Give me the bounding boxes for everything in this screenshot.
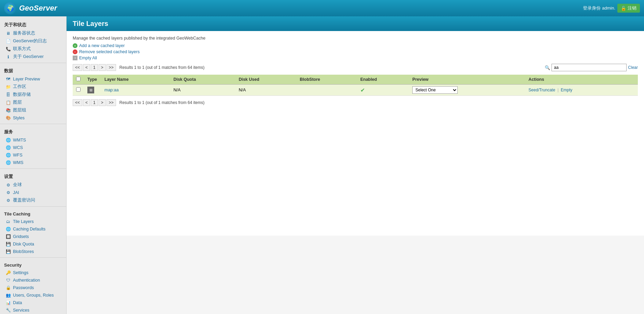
sidebar-label-layers: 图层 — [13, 100, 22, 105]
row-checkbox[interactable] — [76, 87, 81, 92]
sidebar-item-services-security[interactable]: 🔧 Services — [0, 306, 66, 314]
divider-4 — [0, 206, 66, 207]
sidebar-item-global[interactable]: ⚙ 全球 — [0, 181, 66, 189]
sidebar-item-caching-defaults[interactable]: 🌐 Caching Defaults — [0, 225, 66, 233]
sidebar-label-wmts: WMTS — [13, 138, 26, 143]
sidebar-item-tile-layers[interactable]: 🗂 Tile Layers — [0, 218, 66, 225]
passwords-icon: 🔒 — [5, 285, 11, 290]
sidebar-item-contact[interactable]: 📞 联系方式 — [0, 45, 66, 53]
sidebar-item-styles[interactable]: 🎨 Styles — [0, 114, 66, 122]
logout-icon: 🔓 — [621, 6, 626, 11]
sidebar-item-layers[interactable]: 📋 图层 — [0, 99, 66, 106]
first-page-button[interactable]: << — [73, 64, 82, 71]
next-page-button[interactable]: > — [99, 64, 106, 71]
last-page-button[interactable]: >> — [106, 64, 116, 71]
content-body: Manage the cached layers published by th… — [67, 31, 644, 236]
first-page-button-bottom[interactable]: << — [73, 99, 82, 106]
results-info-top: Results 1 to 1 (out of 1 matches from 64… — [119, 65, 204, 70]
action-separator: | — [557, 88, 558, 92]
remove-cached-layer-label: Remove selected cached layers — [79, 49, 140, 54]
remove-icon: − — [73, 49, 77, 54]
sidebar-item-settings[interactable]: 🔑 Settings — [0, 269, 66, 276]
sidebar-item-gridsets[interactable]: 🔲 Gridsets — [0, 233, 66, 240]
sidebar-section-services: 服务 — [0, 126, 66, 136]
sidebar-item-disk-quota[interactable]: 💾 Disk Quota — [0, 240, 66, 248]
logout-button[interactable]: 🔓 注销 — [617, 4, 640, 13]
table-body: ⊞ map:aa N/A N/A ✔ Select OneEPSG:4326/p… — [73, 85, 638, 96]
sidebar-item-stores[interactable]: 🗄 数据存储 — [0, 91, 66, 99]
page-number-button[interactable]: 1 — [91, 64, 98, 71]
settings-key-icon: 🔑 — [5, 270, 11, 275]
add-cached-layer-label: Add a new cached layer — [79, 43, 125, 48]
tile-layers-table: Type Layer Name Disk Quota Disk Used Blo — [73, 75, 638, 96]
select-all-checkbox[interactable] — [76, 77, 81, 81]
sidebar-item-coverage-access[interactable]: ⚙ 覆盖密访问 — [0, 196, 66, 204]
page-number-button-bottom[interactable]: 1 — [91, 99, 98, 106]
styles-icon: 🎨 — [5, 115, 11, 121]
sidebar-section-settings: 设置 — [0, 171, 66, 181]
pagination-top: << < 1 > >> Results 1 to 1 (out of 1 mat… — [73, 64, 204, 71]
sidebar-item-blobstores[interactable]: 💾 BlobStores — [0, 248, 66, 255]
sidebar-item-about-geoserver[interactable]: ℹ 关于 GeoServer — [0, 53, 66, 61]
search-icon: 🔍 — [545, 65, 550, 70]
preview-select[interactable]: Select OneEPSG:4326/pngEPSG:900913/pngEP… — [412, 86, 458, 94]
sidebar-item-server-status[interactable]: 🖥 服务器状态 — [0, 29, 66, 37]
page-description: Manage the cached layers published by th… — [73, 36, 638, 41]
sidebar-label-server-status: 服务器状态 — [13, 30, 35, 36]
sidebar-label-blobstores: BlobStores — [13, 249, 34, 254]
sidebar-item-users-groups-roles[interactable]: 👥 Users, Groups, Roles — [0, 291, 66, 299]
sidebar-item-authentication[interactable]: 🛡 Authentication — [0, 276, 66, 284]
sidebar-item-data-security[interactable]: 📊 Data — [0, 299, 66, 306]
sidebar-item-wmts[interactable]: 🌐 WMTS — [0, 136, 66, 144]
th-select — [73, 75, 84, 85]
sidebar-label-passwords: Passwords — [13, 285, 34, 290]
sidebar-label-users: Users, Groups, Roles — [13, 293, 54, 298]
type-icon: ⊞ — [87, 87, 94, 93]
sidebar-item-layer-preview[interactable]: 🗺 Layer Preview — [0, 75, 66, 83]
sidebar-item-wfs[interactable]: 🌐 WFS — [0, 151, 66, 159]
sidebar-item-workspaces[interactable]: 📁 工作区 — [0, 83, 66, 91]
gridsets-icon: 🔲 — [5, 234, 11, 239]
last-page-button-bottom[interactable]: >> — [106, 99, 116, 106]
row-layer-name: map:aa — [101, 85, 170, 96]
sidebar-label-workspaces: 工作区 — [13, 84, 26, 90]
sidebar-item-wms[interactable]: 🌐 WMS — [0, 159, 66, 166]
stores-icon: 🗄 — [5, 92, 11, 98]
layer-preview-icon: 🗺 — [5, 76, 11, 82]
sidebar-item-passwords[interactable]: 🔒 Passwords — [0, 284, 66, 291]
sidebar-item-wcs[interactable]: 🌐 WCS — [0, 144, 66, 151]
sidebar-item-layer-groups[interactable]: 📚 图层组 — [0, 106, 66, 114]
sidebar-label-tile-layers: Tile Layers — [13, 219, 34, 224]
sidebar: 关于和状态 🖥 服务器状态 📄 GeoServer的日志 📞 联系方式 ℹ 关于… — [0, 16, 67, 314]
user-area: 登录身份 admin. 🔓 注销 — [583, 4, 640, 13]
empty-all-link[interactable]: ▪ Empty All — [73, 56, 638, 60]
th-layer-name: Layer Name — [101, 75, 170, 85]
sidebar-item-geoserver-log[interactable]: 📄 GeoServer的日志 — [0, 37, 66, 45]
main-content: Tile Layers Manage the cached layers pub… — [67, 16, 644, 314]
empty-icon: ▪ — [73, 56, 77, 60]
th-preview: Preview — [409, 75, 525, 85]
logo-area: 🌍 GeoServer — [4, 2, 57, 14]
sidebar-label-caching-defaults: Caching Defaults — [13, 227, 45, 231]
seed-truncate-link[interactable]: Seed/Truncate — [529, 88, 555, 92]
empty-link[interactable]: Empty — [561, 88, 572, 92]
th-disk-used: Disk Used — [235, 75, 296, 85]
clear-search-link[interactable]: Clear — [628, 65, 638, 70]
row-blobstore — [296, 85, 357, 96]
wcs-icon: 🌐 — [5, 145, 11, 150]
next-page-button-bottom[interactable]: > — [99, 99, 106, 106]
sidebar-label-authentication: Authentication — [13, 278, 40, 283]
add-cached-layer-link[interactable]: + Add a new cached layer — [73, 43, 638, 48]
sidebar-item-jai[interactable]: ⚙ JAI — [0, 189, 66, 196]
remove-cached-layer-link[interactable]: − Remove selected cached layers — [73, 49, 638, 54]
table-header: Type Layer Name Disk Quota Disk Used Blo — [73, 75, 638, 85]
log-icon: 📄 — [5, 39, 11, 44]
prev-page-button[interactable]: < — [83, 64, 90, 71]
prev-page-button-bottom[interactable]: < — [83, 99, 90, 106]
th-disk-quota: Disk Quota — [170, 75, 235, 85]
search-input[interactable] — [552, 64, 627, 71]
contact-icon: 📞 — [5, 46, 11, 52]
row-type: ⊞ — [84, 85, 101, 96]
blobstores-icon: 💾 — [5, 249, 11, 254]
table-controls-top: << < 1 > >> Results 1 to 1 (out of 1 mat… — [73, 64, 638, 71]
